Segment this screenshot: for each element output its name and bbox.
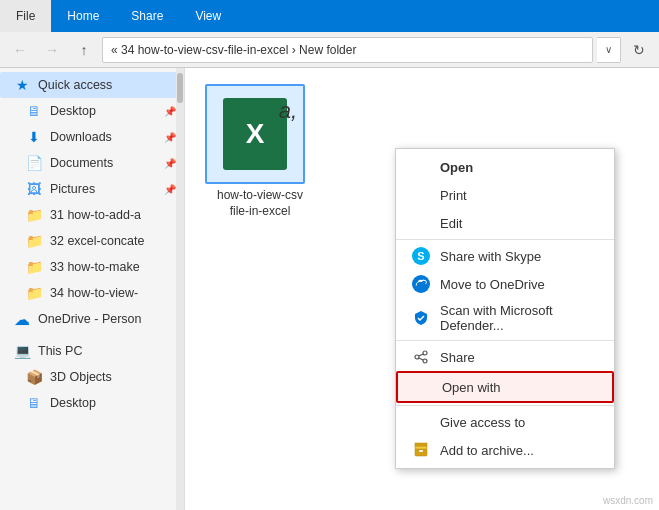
sidebar-label-onedrive: OneDrive - Person bbox=[38, 312, 176, 326]
edit-icon bbox=[412, 214, 430, 232]
ctx-move-onedrive[interactable]: Move to OneDrive bbox=[396, 270, 614, 298]
ctx-share[interactable]: Share bbox=[396, 343, 614, 371]
address-chevron[interactable]: ∨ bbox=[597, 37, 621, 63]
file-icon-container[interactable]: X a, how-to-view-csv file-in-excel bbox=[205, 84, 315, 219]
sidebar-label-3dobjects: 3D Objects bbox=[50, 370, 176, 384]
sidebar-item-pictures[interactable]: 🖼 Pictures 📌 bbox=[0, 176, 184, 202]
tab-file[interactable]: File bbox=[0, 0, 51, 32]
sidebar-item-onedrive[interactable]: ☁ OneDrive - Person bbox=[0, 306, 184, 332]
sidebar-item-folder1[interactable]: 📁 31 how-to-add-a bbox=[0, 202, 184, 228]
sidebar-label-desktop2: Desktop bbox=[50, 396, 176, 410]
print-icon bbox=[412, 186, 430, 204]
sidebar-label-downloads: Downloads bbox=[50, 130, 162, 144]
sidebar-item-thispc[interactable]: 💻 This PC bbox=[0, 338, 184, 364]
sidebar-item-3dobjects[interactable]: 📦 3D Objects bbox=[0, 364, 184, 390]
context-menu: Open Print Edit S Share with Skype bbox=[395, 148, 615, 469]
folder4-icon: 📁 bbox=[24, 283, 44, 303]
ctx-print-label: Print bbox=[440, 188, 467, 203]
sidebar-label-folder1: 31 how-to-add-a bbox=[50, 208, 176, 222]
defender-icon bbox=[412, 309, 430, 327]
content-area: X a, how-to-view-csv file-in-excel Open … bbox=[185, 68, 659, 510]
excel-label: a, bbox=[279, 98, 297, 124]
ctx-archive-label: Add to archive... bbox=[440, 443, 534, 458]
give-access-icon bbox=[412, 413, 430, 431]
svg-rect-6 bbox=[415, 446, 427, 449]
onedrive-icon: ☁ bbox=[12, 309, 32, 329]
folder2-icon: 📁 bbox=[24, 231, 44, 251]
sidebar-scrollbar-thumb bbox=[177, 73, 183, 103]
pictures-icon: 🖼 bbox=[24, 179, 44, 199]
ctx-edit-label: Edit bbox=[440, 216, 462, 231]
ctx-edit[interactable]: Edit bbox=[396, 209, 614, 237]
sidebar: ★ Quick access 🖥 Desktop 📌 ⬇ Downloads 📌… bbox=[0, 68, 185, 510]
pin-downloads: 📌 bbox=[164, 132, 176, 143]
back-button[interactable]: ← bbox=[6, 36, 34, 64]
svg-rect-8 bbox=[419, 450, 423, 452]
svg-line-3 bbox=[419, 354, 423, 356]
svg-point-2 bbox=[423, 359, 427, 363]
file-name: how-to-view-csv file-in-excel bbox=[205, 188, 315, 219]
sidebar-item-folder4[interactable]: 📁 34 how-to-view- bbox=[0, 280, 184, 306]
ctx-open-with[interactable]: Open with bbox=[396, 371, 614, 403]
sidebar-item-quick-access[interactable]: ★ Quick access bbox=[0, 72, 184, 98]
ctx-share-skype[interactable]: S Share with Skype bbox=[396, 242, 614, 270]
sidebar-scrollbar[interactable] bbox=[176, 68, 184, 510]
ctx-print[interactable]: Print bbox=[396, 181, 614, 209]
ctx-open[interactable]: Open bbox=[396, 153, 614, 181]
sidebar-item-folder2[interactable]: 📁 32 excel-concate bbox=[0, 228, 184, 254]
address-bar: ← → ↑ « 34 how-to-view-csv-file-in-excel… bbox=[0, 32, 659, 68]
address-field[interactable]: « 34 how-to-view-csv-file-in-excel › New… bbox=[102, 37, 593, 63]
open-with-icon bbox=[414, 378, 432, 396]
ctx-skype-label: Share with Skype bbox=[440, 249, 541, 264]
watermark: wsxdn.com bbox=[603, 495, 653, 506]
sidebar-item-desktop2[interactable]: 🖥 Desktop bbox=[0, 390, 184, 416]
excel-icon: X bbox=[223, 98, 287, 170]
ctx-defender[interactable]: Scan with Microsoft Defender... bbox=[396, 298, 614, 338]
share-icon bbox=[412, 348, 430, 366]
refresh-button[interactable]: ↻ bbox=[625, 36, 653, 64]
sidebar-item-desktop[interactable]: 🖥 Desktop 📌 bbox=[0, 98, 184, 124]
sidebar-label-folder2: 32 excel-concate bbox=[50, 234, 176, 248]
ctx-add-archive[interactable]: Add to archive... bbox=[396, 436, 614, 464]
documents-icon: 📄 bbox=[24, 153, 44, 173]
archive-icon bbox=[412, 441, 430, 459]
ctx-give-access-label: Give access to bbox=[440, 415, 525, 430]
main-layout: ★ Quick access 🖥 Desktop 📌 ⬇ Downloads 📌… bbox=[0, 68, 659, 510]
open-icon bbox=[412, 158, 430, 176]
pin-pictures: 📌 bbox=[164, 184, 176, 195]
sidebar-label-desktop: Desktop bbox=[50, 104, 162, 118]
sidebar-label-folder3: 33 how-to-make bbox=[50, 260, 176, 274]
up-button[interactable]: ↑ bbox=[70, 36, 98, 64]
tab-share[interactable]: Share bbox=[115, 0, 179, 32]
sidebar-label-folder4: 34 how-to-view- bbox=[50, 286, 176, 300]
ctx-share-label: Share bbox=[440, 350, 475, 365]
sidebar-item-downloads[interactable]: ⬇ Downloads 📌 bbox=[0, 124, 184, 150]
svg-rect-7 bbox=[415, 443, 427, 446]
ctx-defender-label: Scan with Microsoft Defender... bbox=[440, 303, 598, 333]
downloads-icon: ⬇ bbox=[24, 127, 44, 147]
svg-point-0 bbox=[423, 351, 427, 355]
forward-button[interactable]: → bbox=[38, 36, 66, 64]
skype-icon: S bbox=[412, 247, 430, 265]
file-icon-box: X a, bbox=[205, 84, 305, 184]
quick-access-icon: ★ bbox=[12, 75, 32, 95]
svg-point-1 bbox=[415, 355, 419, 359]
ctx-give-access[interactable]: Give access to bbox=[396, 408, 614, 436]
ctx-separator-2 bbox=[396, 340, 614, 341]
sidebar-item-folder3[interactable]: 📁 33 how-to-make bbox=[0, 254, 184, 280]
svg-line-4 bbox=[419, 358, 423, 360]
sidebar-label-documents: Documents bbox=[50, 156, 162, 170]
desktop-icon: 🖥 bbox=[24, 101, 44, 121]
title-bar: File Home Share View bbox=[0, 0, 659, 32]
ctx-onedrive-label: Move to OneDrive bbox=[440, 277, 545, 292]
ctx-open-with-label: Open with bbox=[442, 380, 501, 395]
onedrive-ctx-icon bbox=[412, 275, 430, 293]
3dobjects-icon: 📦 bbox=[24, 367, 44, 387]
tab-home[interactable]: Home bbox=[51, 0, 115, 32]
sidebar-label-quick-access: Quick access bbox=[38, 78, 176, 92]
ctx-separator-1 bbox=[396, 239, 614, 240]
tab-view[interactable]: View bbox=[179, 0, 237, 32]
ctx-open-label: Open bbox=[440, 160, 473, 175]
excel-letter: X bbox=[246, 118, 265, 150]
sidebar-item-documents[interactable]: 📄 Documents 📌 bbox=[0, 150, 184, 176]
